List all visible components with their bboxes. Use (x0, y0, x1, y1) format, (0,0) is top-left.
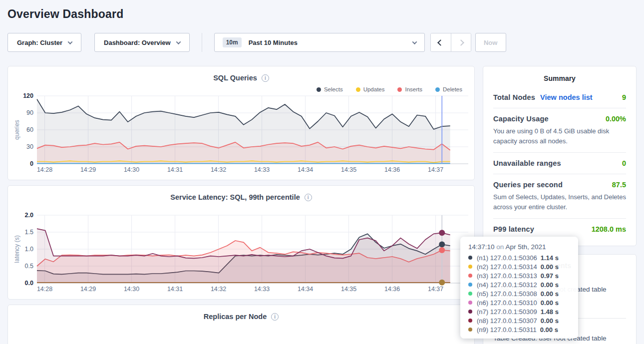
x-axis-tick-label: 14:31 (167, 286, 183, 293)
x-axis-tick-label: 14:28 (37, 166, 52, 173)
tooltip-node-address: (n4) 127.0.0.1:50312 (477, 281, 537, 289)
dashboard-dropdown[interactable]: Dashboard: Overview (94, 33, 190, 52)
x-axis-tick-label: 14:33 (254, 286, 270, 293)
legend-dot-icon (397, 87, 402, 92)
hover-point-dot (439, 247, 445, 253)
legend-dot-icon (356, 87, 360, 92)
info-icon[interactable]: i (271, 313, 279, 321)
summary-title: Summary (493, 74, 626, 87)
toolbar-divider (202, 33, 202, 52)
summary-row-value: 0 (622, 159, 626, 167)
info-icon[interactable]: i (262, 74, 269, 82)
legend-label: Updates (363, 86, 385, 92)
node-color-dot-icon (468, 292, 472, 296)
y-axis-tick-label: 0.5 (25, 263, 33, 270)
y-axis-tick-label: 1.0 (25, 246, 33, 253)
page-title: Overview Dashboard (7, 7, 637, 21)
sql-queries-card: SQL Queries i Selects Updates Inserts De… (7, 66, 475, 180)
chart-title: Replicas per Node (204, 313, 267, 321)
graph-dropdown[interactable]: Graph: Cluster (7, 33, 81, 52)
chart-title: Service Latency: SQL, 99th percentile (170, 193, 300, 201)
x-axis-tick-label: 14:37 (428, 166, 443, 173)
graph-dropdown-label: Graph: Cluster (17, 39, 62, 46)
x-axis-tick-label: 14:33 (254, 166, 270, 173)
x-axis-tick-label: 14:30 (124, 286, 139, 293)
time-range-dropdown[interactable]: 10m Past 10 Minutes (214, 33, 425, 52)
tooltip-node-address: (n7) 127.0.0.1:50309 (477, 308, 537, 316)
hover-point-dot (439, 280, 445, 286)
node-color-dot-icon (468, 283, 472, 287)
summary-row-label: P99 latency (493, 225, 534, 233)
x-axis-tick-label: 14:36 (384, 166, 400, 173)
tooltip-node-row: (n5) 127.0.0.1:50308 0.00 s (468, 289, 570, 298)
legend-dot-icon (435, 87, 440, 92)
sql-queries-chart[interactable]: 14:2814:2914:3014:3114:3214:3314:3414:35… (13, 93, 472, 175)
tooltip-node-value: 1.14 s (541, 254, 559, 262)
legend-item[interactable]: Deletes (435, 86, 462, 93)
tooltip-node-address: (n2) 127.0.0.1:50314 (477, 263, 537, 271)
x-axis-tick-label: 14:36 (384, 286, 400, 293)
tooltip-timestamp: 14:37:10 on Apr 5th, 2021 (468, 243, 570, 251)
x-axis-tick-label: 14:29 (80, 166, 96, 173)
tooltip-node-row: (n4) 127.0.0.1:50312 0.00 s (468, 280, 570, 289)
summary-row-label: Total Nodes (493, 93, 535, 101)
chevron-down-icon (412, 39, 417, 44)
time-nav-group (430, 33, 471, 52)
summary-row: Total Nodes View nodes list 9 (493, 87, 626, 108)
y-axis-tick-label: 1.5 (25, 229, 33, 236)
replicas-per-node-card: Replicas per Node i (7, 305, 475, 344)
summary-row: Capacity Usage 0.00% You are using 0 B o… (493, 108, 626, 152)
tooltip-node-address: (n9) 127.0.0.1:50311 (477, 326, 537, 334)
summary-row-value: 9 (622, 93, 626, 101)
node-color-dot-icon (468, 328, 472, 332)
y-axis-tick-label: 90 (26, 109, 33, 116)
tooltip-node-row: (n7) 127.0.0.1:50309 1.48 s (468, 307, 570, 316)
chart-hover-tooltip: 14:37:10 on Apr 5th, 2021 (n1) 127.0.0.1… (460, 237, 578, 339)
tooltip-node-address: (n5) 127.0.0.1:50308 (477, 290, 537, 298)
y-axis-tick-label: 60 (26, 126, 33, 133)
tooltip-node-value: 0.00 s (541, 281, 559, 289)
view-nodes-list-link[interactable]: View nodes list (540, 93, 593, 101)
summary-row-label: Unavailable ranges (493, 159, 561, 167)
tooltip-node-row: (n2) 127.0.0.1:50314 0.00 s (468, 262, 570, 271)
summary-row-label: Queries per second (493, 181, 563, 189)
hover-point-dot (439, 241, 445, 247)
x-axis-tick-label: 14:31 (167, 166, 183, 173)
node-color-dot-icon (468, 265, 472, 269)
y-axis-label: queries (13, 120, 20, 139)
info-icon[interactable]: i (305, 194, 312, 201)
legend-item[interactable]: Inserts (397, 86, 422, 93)
previous-range-button[interactable] (431, 33, 451, 51)
x-axis-tick-label: 14:30 (124, 166, 139, 173)
node-color-dot-icon (468, 256, 472, 260)
chart-legend: Selects Updates Inserts Deletes (13, 86, 462, 93)
node-color-dot-icon (468, 274, 472, 278)
y-axis-tick-label: 2.0 (25, 212, 33, 219)
dashboard-dropdown-label: Dashboard: Overview (104, 39, 171, 46)
legend-item[interactable]: Selects (317, 86, 343, 93)
y-axis-tick-label: 0.0 (25, 280, 33, 287)
next-range-button[interactable] (451, 33, 471, 51)
tooltip-node-address: (n8) 127.0.0.1:50307 (477, 317, 537, 325)
service-latency-chart[interactable]: 14:2814:2914:3014:3114:3214:3314:3414:35… (13, 212, 472, 294)
summary-row-description: You are using 0 B of 4.5 GiB usable disk… (493, 126, 626, 146)
tooltip-node-value: 0.00 s (541, 317, 559, 325)
legend-label: Inserts (405, 86, 422, 92)
legend-item[interactable]: Updates (356, 86, 385, 93)
time-range-label: Past 10 Minutes (249, 39, 298, 46)
dashboard-toolbar: Graph: Cluster Dashboard: Overview 10m P… (7, 33, 637, 52)
time-range-badge: 10m (223, 37, 242, 47)
x-axis-tick-label: 14:28 (37, 286, 52, 293)
x-axis-tick-label: 14:37 (428, 286, 443, 293)
x-axis-tick-label: 14:35 (341, 166, 356, 173)
x-axis-tick-label: 14:34 (298, 286, 313, 293)
chevron-right-icon (458, 39, 464, 46)
summary-row: Unavailable ranges 0 (493, 152, 626, 174)
y-axis-label: latency (s) (13, 235, 20, 263)
summary-row-label: Capacity Usage (493, 115, 549, 123)
y-axis-tick-label: 0 (30, 160, 33, 167)
tooltip-node-row: (n3) 127.0.0.1:50313 0.97 s (468, 271, 570, 280)
tooltip-node-address: (n1) 127.0.0.1:50306 (477, 254, 537, 262)
now-button[interactable]: Now (475, 33, 506, 52)
legend-label: Deletes (443, 86, 462, 92)
